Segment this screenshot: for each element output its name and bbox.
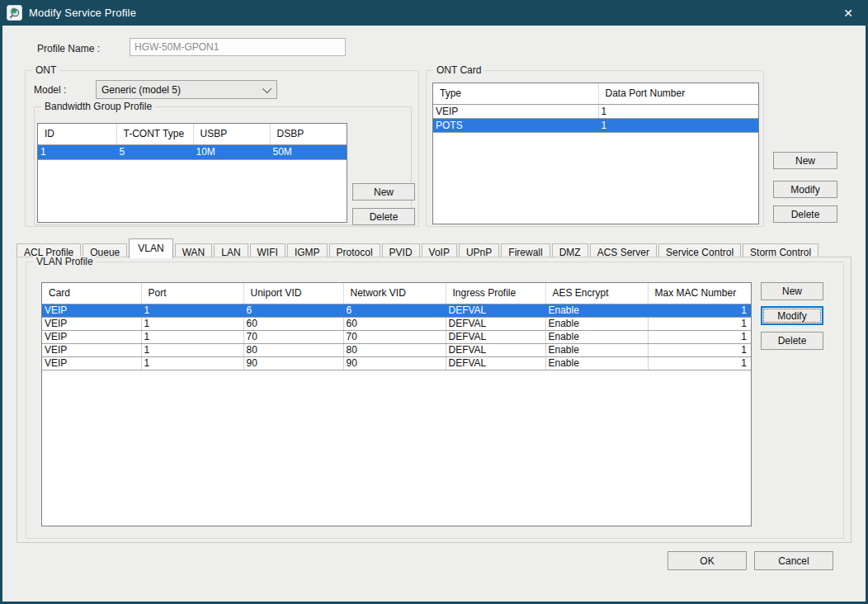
table-cell[interactable]: 10M <box>193 144 270 159</box>
table-row[interactable]: VEIP166DEFVALEnable1 <box>42 304 751 317</box>
ont-card-table: TypeData Port Number VEIP1POTS1 <box>432 83 759 224</box>
ok-button[interactable]: OK <box>668 551 747 570</box>
table-cell[interactable]: Enable <box>545 317 648 330</box>
table-cell[interactable]: 80 <box>243 343 343 356</box>
table-cell[interactable]: DEFVAL <box>446 343 545 356</box>
table-cell[interactable]: VEIP <box>42 356 141 370</box>
vlan-profile-group-label: VLAN Profile <box>33 256 97 267</box>
column-header[interactable]: Network VID <box>343 283 446 304</box>
table-cell[interactable]: 60 <box>243 317 343 330</box>
table-cell[interactable]: VEIP <box>42 330 141 343</box>
column-header[interactable]: Uniport VID <box>243 283 343 304</box>
table-cell[interactable]: VEIP <box>42 317 141 330</box>
model-label: Model : <box>34 84 66 96</box>
column-header[interactable]: DSBP <box>270 124 347 144</box>
table-cell[interactable]: Enable <box>545 356 648 370</box>
column-header[interactable]: Ingress Profile <box>446 283 545 304</box>
model-dropdown[interactable]: Generic (model 5) <box>96 80 277 99</box>
table-cell[interactable]: POTS <box>433 118 598 132</box>
bandwidth-new-button[interactable]: New <box>352 183 415 201</box>
ont-card-group: ONT Card TypeData Port Number VEIP1POTS1 <box>426 70 764 227</box>
table-cell[interactable]: 1 <box>648 317 751 330</box>
vlan-modify-button[interactable]: Modify <box>761 306 823 325</box>
column-header[interactable]: Data Port Number <box>598 83 758 104</box>
table-cell[interactable]: 70 <box>343 330 446 343</box>
table-cell[interactable]: 1 <box>141 304 243 317</box>
table-cell[interactable]: DEFVAL <box>446 330 545 343</box>
table-cell[interactable]: 1 <box>598 118 758 132</box>
column-header[interactable]: Card <box>42 283 141 304</box>
column-header[interactable]: AES Encrypt <box>545 283 648 304</box>
table-cell[interactable]: DEFVAL <box>446 317 545 330</box>
ont-group: ONT Model : Generic (model 5) Bandwidth … <box>25 70 419 227</box>
table-row[interactable]: POTS1 <box>433 118 758 132</box>
table-cell[interactable]: 6 <box>343 304 446 317</box>
table-cell[interactable]: 90 <box>243 356 343 370</box>
table-cell[interactable]: 70 <box>243 330 343 343</box>
table-cell[interactable]: VEIP <box>42 304 141 317</box>
bandwidth-group: Bandwidth Group Profile IDT-CONT TypeUSB… <box>34 106 412 225</box>
cancel-button[interactable]: Cancel <box>754 551 833 570</box>
table-row[interactable]: VEIP16060DEFVALEnable1 <box>42 317 751 330</box>
table-row[interactable]: VEIP19090DEFVALEnable1 <box>42 356 751 370</box>
table-cell[interactable]: 50M <box>270 144 347 159</box>
column-header[interactable]: Type <box>433 83 598 104</box>
model-dropdown-value: Generic (model 5) <box>101 84 260 96</box>
titlebar: Modify Service Profile ✕ <box>0 0 868 26</box>
dialog-body: Profile Name : ONT Model : Generic (mode… <box>2 26 866 602</box>
vlan-table: CardPortUniport VIDNetwork VIDIngress Pr… <box>41 282 752 526</box>
table-row[interactable]: VEIP17070DEFVALEnable1 <box>42 330 751 343</box>
table-cell[interactable]: 1 <box>141 356 243 370</box>
table-cell[interactable]: DEFVAL <box>446 304 545 317</box>
table-cell[interactable]: 1 <box>141 330 243 343</box>
table-cell[interactable]: 80 <box>343 343 446 356</box>
table-cell[interactable]: 5 <box>116 144 193 159</box>
table-cell[interactable]: 1 <box>648 343 751 356</box>
table-cell[interactable]: DEFVAL <box>446 356 545 370</box>
table-row[interactable]: VEIP1 <box>433 104 758 118</box>
table-row[interactable]: VEIP18080DEFVALEnable1 <box>42 343 751 356</box>
table-cell[interactable]: 60 <box>343 317 446 330</box>
table-cell[interactable]: Enable <box>545 304 648 317</box>
tab-strip: ACL ProfileQueueVLANWANLANWIFIIGMPProtoc… <box>17 238 820 257</box>
bandwidth-delete-button[interactable]: Delete <box>352 208 415 225</box>
table-cell[interactable]: 90 <box>343 356 446 370</box>
vlan-delete-button[interactable]: Delete <box>761 332 823 350</box>
table-cell[interactable]: 1 <box>141 317 243 330</box>
magnifier-globe-icon <box>7 5 22 21</box>
ont-card-modify-button[interactable]: Modify <box>773 181 837 198</box>
chevron-down-icon <box>262 83 271 92</box>
tab-vlan[interactable]: VLAN <box>129 238 172 258</box>
bandwidth-table: IDT-CONT TypeUSBPDSBP 1510M50M <box>37 123 347 223</box>
column-header[interactable]: Port <box>141 283 243 304</box>
table-cell[interactable]: 1 <box>141 343 243 356</box>
table-cell[interactable]: Enable <box>545 330 648 343</box>
window-title: Modify Service Profile <box>29 7 136 19</box>
vlan-tab-panel: VLAN Profile CardPortUniport VIDNetwork … <box>17 257 851 543</box>
vlan-new-button[interactable]: New <box>761 282 823 300</box>
table-cell[interactable]: 1 <box>648 304 751 317</box>
table-row[interactable]: 1510M50M <box>38 144 347 159</box>
table-cell[interactable]: Enable <box>545 343 648 356</box>
table-cell[interactable]: VEIP <box>42 343 141 356</box>
ont-card-delete-button[interactable]: Delete <box>773 205 837 223</box>
profile-name-label: Profile Name : <box>37 43 100 54</box>
table-cell[interactable]: 1 <box>38 144 116 159</box>
table-cell[interactable]: 1 <box>648 356 751 370</box>
column-header[interactable]: USBP <box>193 124 270 144</box>
bandwidth-group-label: Bandwidth Group Profile <box>41 101 155 112</box>
ont-card-new-button[interactable]: New <box>773 152 837 169</box>
ont-group-label: ONT <box>32 64 59 76</box>
table-cell[interactable]: 1 <box>648 330 751 343</box>
profile-name-field[interactable] <box>130 38 346 56</box>
column-header[interactable]: Max MAC Number <box>648 283 751 304</box>
table-cell[interactable]: 1 <box>598 104 758 118</box>
column-header[interactable]: T-CONT Type <box>116 124 193 144</box>
column-header[interactable]: ID <box>38 124 116 144</box>
ont-card-group-label: ONT Card <box>433 64 484 76</box>
modify-service-profile-dialog: Modify Service Profile ✕ Profile Name : … <box>0 0 868 604</box>
table-cell[interactable]: VEIP <box>433 104 598 118</box>
vlan-profile-group: VLAN Profile CardPortUniport VIDNetwork … <box>26 262 844 539</box>
table-cell[interactable]: 6 <box>243 304 343 317</box>
close-icon[interactable]: ✕ <box>837 4 860 22</box>
